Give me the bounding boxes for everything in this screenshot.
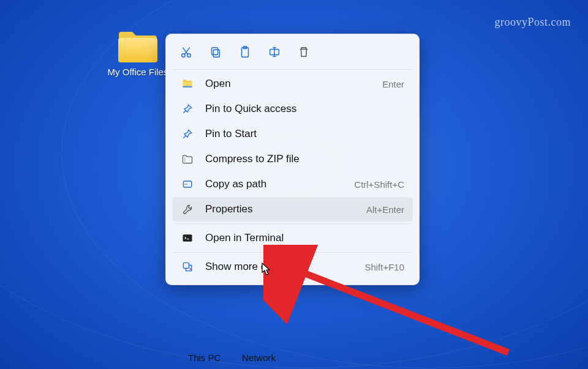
zip-icon	[181, 152, 194, 166]
desktop-label-this-pc[interactable]: This PC	[188, 352, 221, 363]
pin-icon	[181, 102, 194, 116]
menu-shortcut: Enter	[382, 79, 404, 89]
menu-label: Pin to Quick access	[205, 103, 404, 115]
cut-icon[interactable]	[178, 44, 194, 60]
quick-actions-row	[170, 39, 415, 67]
folder-open-icon	[181, 77, 194, 91]
menu-item-pin-start[interactable]: Pin to Start	[172, 122, 413, 146]
menu-shortcut: Shift+F10	[364, 262, 404, 272]
separator	[173, 252, 412, 253]
menu-label: Copy as path	[205, 178, 347, 190]
menu-item-open[interactable]: Open Enter	[172, 72, 413, 96]
svg-rect-9	[183, 86, 192, 88]
pin-icon	[181, 127, 194, 141]
svg-point-2	[187, 54, 191, 58]
menu-label: Show more options	[205, 261, 357, 273]
menu-shortcut: Ctrl+Shift+C	[354, 179, 404, 190]
menu-label: Pin to Start	[205, 128, 404, 140]
folder-label: My Office Files	[108, 66, 168, 78]
menu-item-properties[interactable]: Properties Alt+Enter	[172, 197, 413, 222]
rename-icon[interactable]	[266, 44, 282, 60]
svg-rect-3	[213, 50, 219, 57]
copy-path-icon	[181, 177, 194, 191]
svg-rect-12	[183, 263, 189, 268]
paste-icon[interactable]	[237, 44, 253, 60]
menu-item-show-more[interactable]: Show more options Shift+F10	[172, 255, 413, 279]
menu-label: Properties	[205, 203, 359, 215]
separator	[173, 223, 412, 224]
svg-rect-11	[183, 234, 192, 242]
terminal-icon	[181, 231, 194, 245]
menu-label: Compress to ZIP file	[205, 153, 404, 165]
menu-label: Open	[205, 78, 375, 90]
menu-label: Open in Terminal	[205, 232, 404, 244]
svg-rect-0	[118, 38, 157, 62]
folder-icon	[116, 31, 159, 64]
menu-item-copy-path[interactable]: Copy as path Ctrl+Shift+C	[172, 172, 413, 196]
svg-rect-4	[212, 48, 218, 55]
desktop-label-network[interactable]: Network	[242, 352, 276, 363]
menu-item-open-terminal[interactable]: Open in Terminal	[172, 226, 413, 250]
more-options-icon	[181, 260, 194, 274]
wrench-icon	[181, 203, 194, 216]
context-menu: Open Enter Pin to Quick access Pin to St…	[165, 34, 420, 285]
menu-item-pin-quick-access[interactable]: Pin to Quick access	[172, 97, 413, 121]
delete-icon[interactable]	[296, 44, 312, 60]
watermark-text: groovyPost.com	[494, 16, 571, 29]
folder-my-office-files[interactable]: My Office Files	[104, 31, 172, 78]
menu-shortcut: Alt+Enter	[366, 204, 404, 215]
svg-point-1	[182, 54, 186, 58]
separator	[173, 69, 412, 70]
copy-icon[interactable]	[208, 44, 224, 60]
menu-item-compress-zip[interactable]: Compress to ZIP file	[172, 147, 413, 171]
